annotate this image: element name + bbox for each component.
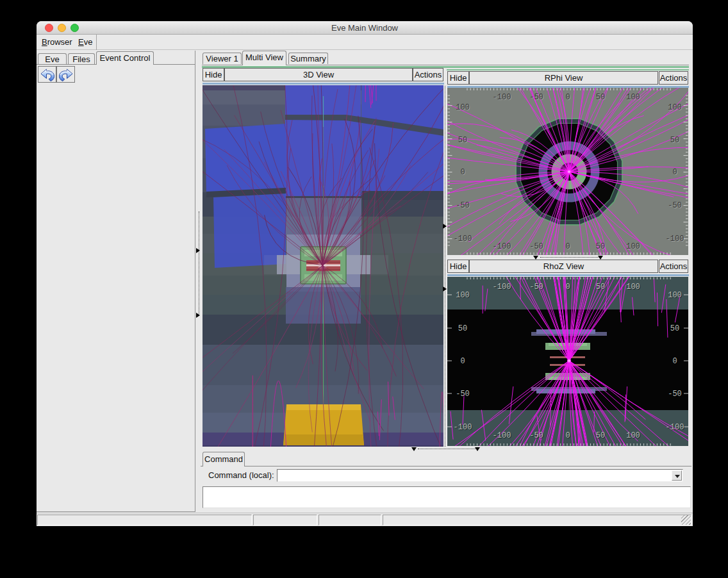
svg-text:50: 50 bbox=[596, 283, 605, 292]
svg-text:-50: -50 bbox=[529, 431, 543, 440]
svg-text:100: 100 bbox=[668, 103, 682, 112]
svg-text:100: 100 bbox=[626, 93, 640, 102]
svg-text:-50: -50 bbox=[529, 242, 543, 251]
svg-text:50: 50 bbox=[458, 136, 467, 145]
svg-text:50: 50 bbox=[596, 93, 605, 102]
svg-text:-100: -100 bbox=[454, 235, 472, 244]
svg-text:100: 100 bbox=[626, 431, 640, 440]
svg-text:50: 50 bbox=[458, 324, 467, 333]
svg-text:-50: -50 bbox=[529, 283, 543, 292]
svg-text:0: 0 bbox=[460, 357, 465, 366]
svg-text:100: 100 bbox=[626, 242, 640, 251]
svg-text:-100: -100 bbox=[666, 235, 684, 244]
svg-text:50: 50 bbox=[670, 324, 679, 333]
svg-text:100: 100 bbox=[668, 291, 682, 300]
svg-text:-50: -50 bbox=[456, 390, 470, 399]
svg-text:100: 100 bbox=[456, 291, 470, 300]
svg-text:-100: -100 bbox=[454, 423, 472, 432]
svg-text:-100: -100 bbox=[493, 283, 511, 292]
svg-text:0: 0 bbox=[565, 93, 570, 102]
svg-text:-100: -100 bbox=[666, 423, 684, 432]
svg-text:-100: -100 bbox=[493, 431, 511, 440]
svg-text:50: 50 bbox=[670, 136, 679, 145]
svg-text:100: 100 bbox=[626, 283, 640, 292]
svg-text:-100: -100 bbox=[493, 93, 511, 102]
svg-text:0: 0 bbox=[460, 168, 465, 177]
svg-text:-100: -100 bbox=[493, 242, 511, 251]
svg-text:50: 50 bbox=[596, 242, 605, 251]
svg-text:50: 50 bbox=[596, 431, 605, 440]
svg-text:-50: -50 bbox=[456, 201, 470, 210]
svg-text:-50: -50 bbox=[529, 93, 543, 102]
svg-text:-50: -50 bbox=[668, 201, 682, 210]
svg-text:0: 0 bbox=[672, 357, 677, 366]
svg-text:0: 0 bbox=[565, 283, 570, 292]
svg-text:0: 0 bbox=[672, 168, 677, 177]
svg-text:-50: -50 bbox=[668, 390, 682, 399]
svg-text:0: 0 bbox=[565, 431, 570, 440]
svg-text:0: 0 bbox=[565, 242, 570, 251]
svg-text:100: 100 bbox=[456, 103, 470, 112]
